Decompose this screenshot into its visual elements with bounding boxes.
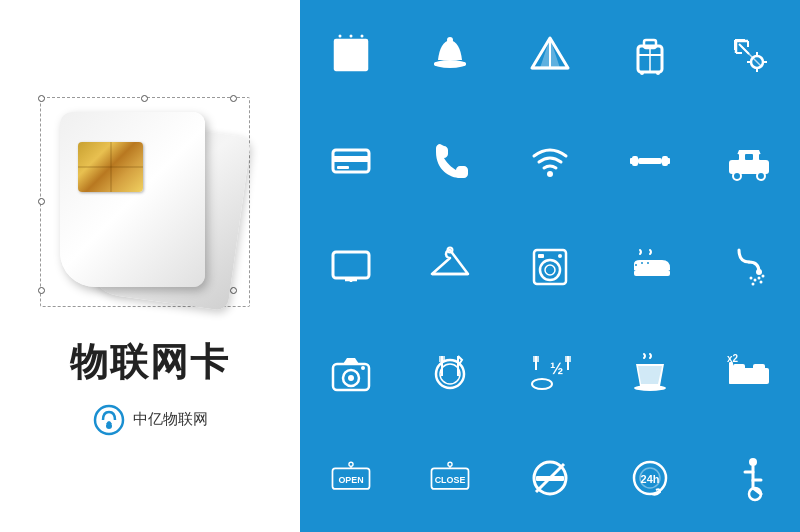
icon-close-sign[interactable]: CLOSE bbox=[402, 426, 500, 530]
icon-camera[interactable] bbox=[302, 320, 400, 424]
svg-point-11 bbox=[349, 35, 352, 38]
svg-rect-41 bbox=[337, 166, 349, 169]
svg-point-0 bbox=[95, 406, 123, 434]
icon-temperature[interactable] bbox=[700, 2, 798, 106]
svg-point-91 bbox=[634, 385, 666, 391]
icon-half-board[interactable]: ½ bbox=[501, 320, 599, 424]
icon-no-smoking[interactable] bbox=[501, 426, 599, 530]
svg-text:x2: x2 bbox=[727, 353, 739, 364]
svg-rect-95 bbox=[753, 364, 765, 372]
handle-ml bbox=[38, 198, 45, 205]
page-title: 物联网卡 bbox=[70, 337, 230, 388]
svg-point-66 bbox=[750, 277, 753, 280]
svg-rect-54 bbox=[333, 252, 369, 278]
sim-card-front bbox=[60, 112, 205, 287]
icon-phone[interactable] bbox=[402, 108, 500, 212]
svg-point-67 bbox=[754, 279, 757, 282]
icon-credit-card[interactable] bbox=[302, 108, 400, 212]
svg-text:24h: 24h bbox=[640, 473, 659, 485]
left-panel: 物联网卡 中亿物联网 bbox=[0, 0, 300, 532]
icon-hotel[interactable] bbox=[302, 2, 400, 106]
handle-bl bbox=[38, 287, 45, 294]
svg-text:CLOSE: CLOSE bbox=[435, 475, 466, 485]
handle-br bbox=[230, 287, 237, 294]
svg-point-68 bbox=[758, 277, 761, 280]
svg-point-61 bbox=[545, 265, 555, 275]
svg-point-24 bbox=[656, 71, 660, 75]
svg-point-86 bbox=[532, 379, 552, 389]
icon-twin-bed[interactable]: x2 bbox=[700, 320, 798, 424]
logo-text: 中亿物联网 bbox=[133, 410, 208, 429]
svg-point-71 bbox=[760, 281, 763, 284]
svg-point-65 bbox=[756, 269, 762, 275]
svg-point-101 bbox=[448, 462, 452, 466]
icon-24h[interactable]: 24h bbox=[601, 426, 699, 530]
handle-tm bbox=[141, 95, 148, 102]
svg-text:OPEN: OPEN bbox=[338, 475, 363, 485]
svg-point-69 bbox=[762, 275, 765, 278]
icon-tv[interactable] bbox=[302, 214, 400, 318]
svg-rect-96 bbox=[729, 362, 733, 384]
svg-rect-4 bbox=[335, 40, 367, 70]
svg-point-97 bbox=[349, 462, 353, 466]
svg-point-14 bbox=[447, 37, 453, 43]
svg-rect-15 bbox=[434, 62, 466, 66]
svg-point-10 bbox=[338, 35, 341, 38]
svg-rect-46 bbox=[666, 158, 670, 164]
svg-rect-62 bbox=[538, 254, 544, 258]
svg-rect-52 bbox=[731, 154, 739, 160]
icon-grid: ½ x2 bbox=[300, 0, 800, 532]
handle-tl bbox=[38, 95, 45, 102]
icon-washing-machine[interactable] bbox=[501, 214, 599, 318]
svg-text:½: ½ bbox=[550, 360, 563, 377]
svg-point-75 bbox=[361, 366, 365, 370]
svg-point-49 bbox=[733, 172, 741, 180]
icon-taxi[interactable] bbox=[700, 108, 798, 212]
icon-iron[interactable] bbox=[601, 214, 699, 318]
svg-rect-44 bbox=[630, 158, 634, 164]
icon-luggage[interactable] bbox=[601, 2, 699, 106]
svg-point-60 bbox=[540, 260, 560, 280]
svg-rect-47 bbox=[638, 158, 662, 164]
svg-point-23 bbox=[640, 71, 644, 75]
svg-point-50 bbox=[757, 172, 765, 180]
svg-rect-53 bbox=[759, 154, 767, 160]
icon-service-bell[interactable] bbox=[402, 2, 500, 106]
svg-point-12 bbox=[360, 35, 363, 38]
svg-point-63 bbox=[558, 254, 562, 258]
sim-chip bbox=[78, 142, 143, 192]
svg-point-70 bbox=[752, 283, 755, 286]
icon-coffee[interactable] bbox=[601, 320, 699, 424]
svg-point-42 bbox=[547, 171, 553, 177]
svg-rect-40 bbox=[333, 156, 369, 162]
handle-tr bbox=[230, 95, 237, 102]
svg-rect-94 bbox=[733, 364, 745, 372]
icon-shower[interactable] bbox=[700, 214, 798, 318]
icon-wifi[interactable] bbox=[501, 108, 599, 212]
sim-card-image bbox=[40, 97, 260, 317]
logo-area: 中亿物联网 bbox=[93, 404, 208, 436]
icon-open[interactable]: OPEN bbox=[302, 426, 400, 530]
svg-rect-64 bbox=[634, 270, 670, 276]
icon-wheelchair[interactable] bbox=[700, 426, 798, 530]
svg-rect-51 bbox=[745, 154, 753, 160]
icon-camping[interactable] bbox=[501, 2, 599, 106]
svg-point-74 bbox=[348, 375, 354, 381]
icon-restaurant[interactable] bbox=[402, 320, 500, 424]
icon-gym[interactable] bbox=[601, 108, 699, 212]
logo-icon bbox=[93, 404, 125, 436]
icon-hanger[interactable] bbox=[402, 214, 500, 318]
